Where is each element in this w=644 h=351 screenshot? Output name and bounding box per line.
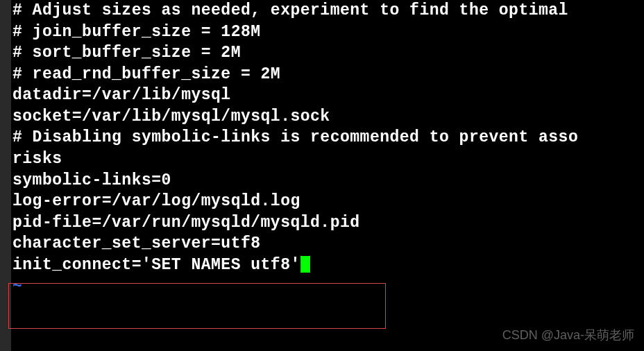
terminal-content[interactable]: # Adjust sizes as needed, experiment to … [12,0,644,297]
config-line: # sort_buffer_size = 2M [12,42,644,64]
config-line: pid-file=/var/run/mysqld/mysqld.pid [12,212,644,234]
config-text: init_connect='SET NAMES utf8' [12,256,300,274]
config-line: symbolic-links=0 [12,170,644,191]
config-line: log-error=/var/log/mysqld.log [12,191,644,212]
config-line: # Adjust sizes as needed, experiment to … [12,0,644,22]
cursor-line: init_connect='SET NAMES utf8' [12,255,644,276]
watermark-text: CSDN @Java-呆萌老师 [502,327,634,344]
config-line: risks [12,148,644,170]
config-line: # join_buffer_size = 128M [12,22,644,43]
config-line: # read_rnd_buffer_size = 2M [12,64,644,85]
cursor-icon [300,256,310,273]
config-line: # Disabling symbolic-links is recommende… [12,127,644,148]
vim-tilde: ~ [12,276,644,298]
config-line: socket=/var/lib/mysql/mysql.sock [12,106,644,128]
config-line: character_set_server=utf8 [12,233,644,255]
scrollbar[interactable] [0,0,11,351]
config-line: datadir=/var/lib/mysql [12,85,644,106]
